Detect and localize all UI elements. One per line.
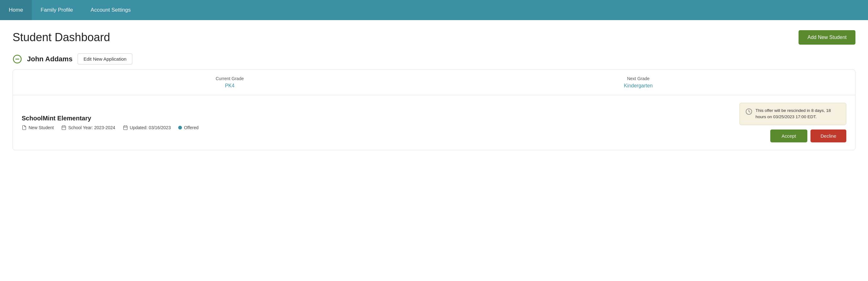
updated-calendar-icon (123, 125, 128, 130)
top-navigation: Home Family Profile Account Settings (0, 0, 868, 20)
student-type-meta: New Student (22, 125, 54, 130)
svg-rect-2 (62, 126, 66, 130)
decline-button[interactable]: Decline (810, 129, 846, 143)
status-meta: Offered (178, 125, 198, 130)
student-card: Current Grade PK4 Next Grade Kindergarte… (12, 69, 856, 150)
offer-notice-text: This offer will be rescinded in 8 days, … (755, 107, 840, 120)
nav-home-label: Home (9, 7, 23, 13)
school-row: SchoolMint Elementary New Student (13, 95, 855, 150)
grade-row: Current Grade PK4 Next Grade Kindergarte… (13, 70, 855, 95)
student-section: John Addams Edit New Application Current… (12, 54, 856, 150)
next-grade-label: Next Grade (434, 76, 842, 81)
page-title: Student Dashboard (12, 31, 110, 44)
clock-icon (745, 108, 752, 115)
school-year-meta: School Year: 2023-2024 (61, 125, 115, 130)
student-icon (12, 54, 22, 64)
document-icon (22, 125, 27, 130)
student-type-label: New Student (29, 125, 54, 130)
calendar-icon (61, 125, 66, 130)
student-header: John Addams Edit New Application (12, 54, 856, 64)
status-dot-icon (178, 126, 182, 129)
edit-new-application-button[interactable]: Edit New Application (78, 54, 133, 64)
school-meta: New Student School Year: 2023-2024 (22, 125, 733, 130)
nav-account-settings-label: Account Settings (91, 7, 131, 13)
page-header: Student Dashboard Add New Student (12, 30, 856, 44)
nav-account-settings[interactable]: Account Settings (82, 0, 140, 20)
svg-rect-6 (124, 126, 127, 130)
school-name: SchoolMint Elementary (22, 115, 733, 122)
accept-button[interactable]: Accept (770, 129, 807, 143)
updated-label: Updated: 03/16/2023 (130, 125, 171, 130)
offer-notice: This offer will be rescinded in 8 days, … (740, 103, 846, 125)
offer-buttons: Accept Decline (770, 129, 846, 143)
student-name: John Addams (27, 55, 72, 63)
offer-area: This offer will be rescinded in 8 days, … (740, 103, 846, 143)
current-grade-col: Current Grade PK4 (26, 76, 434, 89)
current-grade-label: Current Grade (26, 76, 434, 81)
updated-meta: Updated: 03/16/2023 (123, 125, 171, 130)
status-label: Offered (184, 125, 198, 130)
current-grade-value: PK4 (26, 83, 434, 89)
next-grade-value: Kindergarten (434, 83, 842, 89)
add-new-student-button[interactable]: Add New Student (799, 30, 856, 44)
nav-family-profile[interactable]: Family Profile (32, 0, 82, 20)
school-year-label: School Year: 2023-2024 (68, 125, 115, 130)
nav-family-profile-label: Family Profile (40, 7, 73, 13)
next-grade-col: Next Grade Kindergarten (434, 76, 842, 89)
nav-home[interactable]: Home (0, 0, 32, 20)
school-info: SchoolMint Elementary New Student (22, 115, 733, 130)
main-content: Student Dashboard Add New Student John A… (0, 20, 868, 281)
